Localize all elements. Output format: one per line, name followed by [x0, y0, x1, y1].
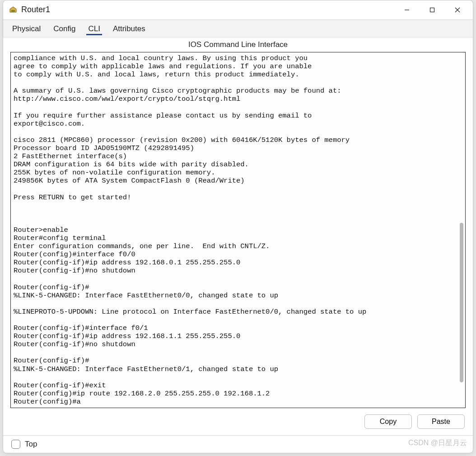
cli-button-row: Copy Paste [3, 411, 473, 435]
minimize-button[interactable] [394, 1, 420, 19]
tab-config[interactable]: Config [47, 20, 82, 37]
window-title: Router1 [21, 5, 394, 14]
cli-terminal[interactable]: compliance with U.S. and local country l… [10, 52, 466, 408]
svg-rect-4 [430, 8, 434, 12]
titlebar: Router1 [3, 0, 473, 20]
paste-button[interactable]: Paste [417, 414, 465, 429]
tabbar: Physical Config CLI Attributes [3, 20, 473, 38]
app-window: Router1 Physical Config CLI Attributes I… [3, 0, 473, 453]
top-checkbox-label: Top [25, 440, 37, 449]
cli-scrollbar[interactable] [458, 53, 465, 407]
scrollbar-thumb[interactable] [460, 223, 463, 382]
cli-subtitle: IOS Command Line Interface [3, 38, 473, 51]
tab-cli[interactable]: CLI [82, 20, 106, 37]
top-checkbox[interactable] [11, 440, 20, 449]
tab-physical[interactable]: Physical [6, 20, 47, 37]
scrollbar-track[interactable] [458, 53, 465, 407]
tab-attributes[interactable]: Attributes [107, 20, 152, 37]
cli-container: compliance with U.S. and local country l… [10, 52, 466, 408]
router-icon [9, 5, 18, 14]
copy-button[interactable]: Copy [364, 414, 412, 429]
close-button[interactable] [445, 1, 470, 19]
footer-bar: Top [3, 435, 473, 453]
maximize-button[interactable] [420, 1, 445, 19]
window-controls [394, 1, 470, 19]
